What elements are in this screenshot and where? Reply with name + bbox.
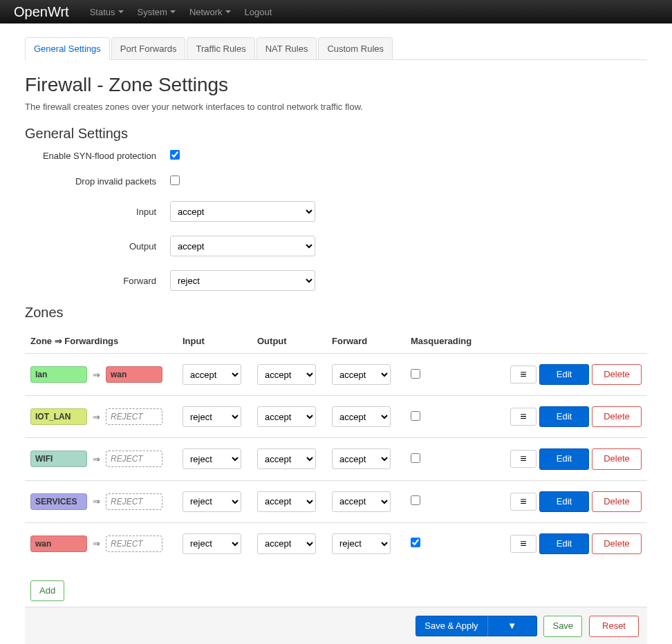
zone-input-select[interactable]: acceptrejectdrop — [183, 406, 241, 427]
input-label: Input — [25, 207, 170, 217]
zone-badge: IOT_LAN — [30, 408, 87, 425]
col-header-zone: Zone ⇒ Forwardings — [30, 336, 183, 346]
zone-input-select[interactable]: acceptrejectdrop — [183, 533, 241, 554]
masquerading-checkbox[interactable] — [411, 453, 420, 463]
dropinvalid-checkbox[interactable] — [170, 176, 180, 185]
zone-forward-select[interactable]: acceptrejectdrop — [332, 364, 391, 385]
tab-general-settings[interactable]: General Settings — [25, 37, 110, 60]
zone-row: IOT_LAN⇒REJECTacceptrejectdropacceptreje… — [25, 395, 647, 437]
nav-item-logout[interactable]: Logout — [238, 0, 279, 24]
masquerading-checkbox[interactable] — [411, 495, 420, 505]
tab-nat-rules[interactable]: NAT Rules — [256, 37, 317, 59]
forwarding-badge: REJECT — [106, 536, 162, 552]
zone-output-select[interactable]: acceptrejectdrop — [257, 406, 316, 427]
edit-button[interactable]: Edit — [539, 448, 589, 469]
col-header-output: Output — [257, 336, 332, 346]
nav-item-network[interactable]: Network — [183, 0, 238, 24]
delete-button[interactable]: Delete — [592, 533, 642, 554]
general-heading: General Settings — [25, 126, 647, 142]
zone-badge: SERVICES — [30, 493, 87, 510]
masquerading-checkbox[interactable] — [411, 369, 420, 379]
delete-button[interactable]: Delete — [592, 491, 642, 512]
drag-handle[interactable]: ≡ — [510, 535, 536, 553]
zones-heading: Zones — [25, 305, 647, 321]
drag-handle[interactable]: ≡ — [510, 493, 536, 511]
delete-button[interactable]: Delete — [592, 448, 642, 469]
top-navbar: OpenWrt StatusSystemNetworkLogout — [0, 0, 672, 23]
arrow-icon: ⇒ — [93, 454, 100, 464]
drag-handle[interactable]: ≡ — [510, 408, 536, 426]
zone-badge: WIFI — [30, 451, 87, 467]
dropinvalid-label: Drop invalid packets — [25, 176, 170, 187]
page-actions: Save & Apply ▼ Save Reset — [25, 607, 647, 644]
save-button[interactable]: Save — [543, 616, 582, 636]
output-label: Output — [25, 241, 170, 252]
col-header-input: Input — [183, 336, 257, 346]
forwarding-badge: wan — [106, 366, 162, 383]
input-select[interactable]: acceptrejectdrop — [170, 201, 315, 222]
arrow-icon: ⇒ — [93, 370, 100, 380]
edit-button[interactable]: Edit — [539, 491, 589, 512]
zone-input-select[interactable]: acceptrejectdrop — [183, 364, 241, 385]
tab-custom-rules[interactable]: Custom Rules — [318, 37, 393, 59]
zones-table: Zone ⇒ Forwardings Input Output Forward … — [25, 329, 647, 565]
arrow-icon: ⇒ — [93, 412, 100, 422]
zone-forward-select[interactable]: acceptrejectdrop — [332, 406, 391, 427]
zone-forward-select[interactable]: acceptrejectdrop — [332, 448, 391, 469]
masquerading-checkbox[interactable] — [411, 538, 420, 547]
zone-badge: wan — [30, 536, 87, 552]
nav-item-system[interactable]: System — [131, 0, 183, 24]
zone-output-select[interactable]: acceptrejectdrop — [257, 448, 316, 469]
caret-icon — [170, 10, 176, 13]
save-apply-dropdown[interactable]: ▼ — [487, 616, 537, 636]
output-select[interactable]: acceptrejectdrop — [170, 236, 315, 256]
forward-select[interactable]: acceptrejectdrop — [170, 270, 315, 291]
reset-button[interactable]: Reset — [589, 616, 639, 636]
drag-handle[interactable]: ≡ — [510, 450, 536, 468]
tabs-bar: General SettingsPort ForwardsTraffic Rul… — [25, 37, 647, 60]
arrow-icon: ⇒ — [93, 538, 100, 549]
zone-row: WIFI⇒REJECTacceptrejectdropacceptrejectd… — [25, 437, 647, 480]
forwarding-badge: REJECT — [106, 408, 162, 425]
drag-handle[interactable]: ≡ — [510, 366, 536, 383]
save-apply-button[interactable]: Save & Apply — [416, 616, 487, 636]
delete-button[interactable]: Delete — [592, 406, 642, 427]
zone-row: lan⇒wanacceptrejectdropacceptrejectdropa… — [25, 353, 647, 395]
zone-output-select[interactable]: acceptrejectdrop — [257, 491, 316, 512]
zone-badge: lan — [30, 366, 87, 383]
nav-item-status[interactable]: Status — [83, 0, 131, 24]
edit-button[interactable]: Edit — [539, 406, 589, 427]
add-button[interactable]: Add — [30, 580, 64, 601]
zone-forward-select[interactable]: acceptrejectdrop — [332, 533, 391, 554]
tab-traffic-rules[interactable]: Traffic Rules — [187, 37, 254, 59]
page-title: Firewall - Zone Settings — [25, 74, 647, 96]
zone-row: wan⇒REJECTacceptrejectdropacceptrejectdr… — [25, 522, 647, 565]
forwarding-badge: REJECT — [106, 451, 162, 467]
zone-row: SERVICES⇒REJECTacceptrejectdropacceptrej… — [25, 480, 647, 522]
forwarding-badge: REJECT — [106, 493, 162, 510]
zone-output-select[interactable]: acceptrejectdrop — [257, 364, 316, 385]
col-header-masq: Masquerading — [407, 336, 503, 346]
arrow-icon: ⇒ — [93, 496, 100, 506]
brand-link[interactable]: OpenWrt — [14, 4, 69, 20]
page-lead: The firewall creates zones over your net… — [25, 102, 647, 112]
synflood-checkbox[interactable] — [170, 150, 180, 160]
caret-icon — [225, 10, 231, 13]
zone-forward-select[interactable]: acceptrejectdrop — [332, 491, 391, 512]
zone-output-select[interactable]: acceptrejectdrop — [257, 533, 316, 554]
edit-button[interactable]: Edit — [539, 364, 589, 385]
zone-input-select[interactable]: acceptrejectdrop — [183, 448, 241, 469]
forward-label: Forward — [25, 276, 170, 286]
edit-button[interactable]: Edit — [539, 533, 589, 554]
masquerading-checkbox[interactable] — [411, 411, 420, 421]
tab-port-forwards[interactable]: Port Forwards — [111, 37, 186, 59]
zone-input-select[interactable]: acceptrejectdrop — [183, 491, 241, 512]
caret-icon — [118, 10, 124, 13]
col-header-forward: Forward — [332, 336, 407, 346]
delete-button[interactable]: Delete — [592, 364, 642, 385]
synflood-label: Enable SYN-flood protection — [25, 151, 170, 161]
